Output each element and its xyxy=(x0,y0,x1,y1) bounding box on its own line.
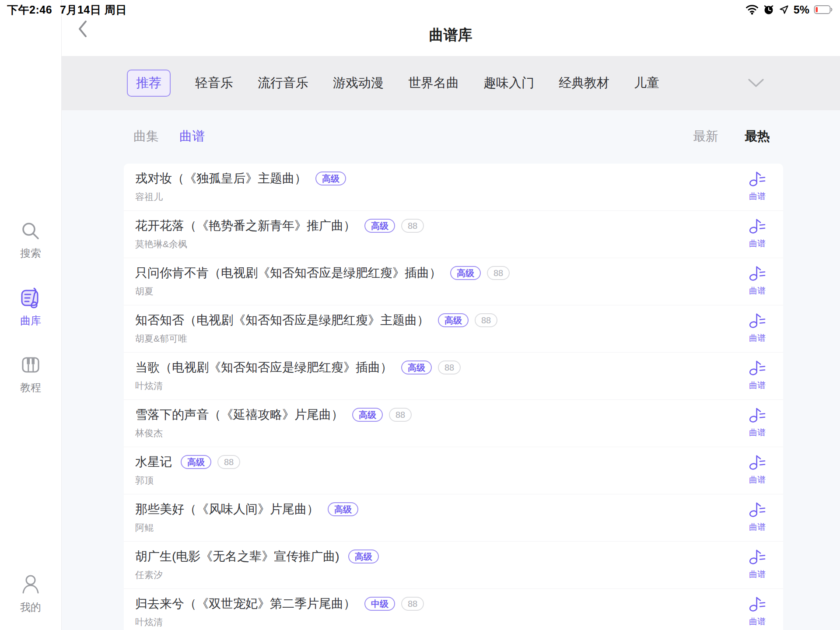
song-row[interactable]: 那些美好（《风味人间》片尾曲）高级阿鲲曲谱 xyxy=(124,494,783,542)
song-title: 知否知否（电视剧《知否知否应是绿肥红瘦》主题曲） xyxy=(135,312,429,329)
status-time: 下午2:46 xyxy=(7,3,52,17)
open-score-button[interactable]: 曲谱 xyxy=(738,264,777,297)
music-note-icon xyxy=(748,406,766,424)
count-badge: 88 xyxy=(438,360,461,374)
song-title: 水星记 xyxy=(135,454,172,470)
level-badge: 高级 xyxy=(450,266,481,280)
main-panel: 曲谱库 推荐轻音乐流行音乐游戏动漫世界名曲趣味入门经典教材儿童 曲集 曲谱 最新… xyxy=(61,0,840,630)
song-row[interactable]: 知否知否（电视剧《知否知否应是绿肥红瘦》主题曲）高级88胡夏&郁可唯曲谱 xyxy=(124,305,783,353)
level-badge: 高级 xyxy=(352,408,383,422)
category-tab-4[interactable]: 游戏动漫 xyxy=(333,74,384,92)
music-note-icon xyxy=(748,264,766,282)
song-artist: 叶炫清 xyxy=(135,380,704,392)
category-tab-8[interactable]: 儿童 xyxy=(634,74,659,92)
count-badge: 88 xyxy=(389,408,412,422)
battery-percent: 5% xyxy=(794,4,809,16)
open-score-button[interactable]: 曲谱 xyxy=(738,406,777,438)
score-action-label: 曲谱 xyxy=(738,238,777,249)
song-info: 雪落下的声音（《延禧攻略》片尾曲）高级88林俊杰 xyxy=(135,406,704,439)
battery-icon xyxy=(814,5,833,14)
open-score-button[interactable]: 曲谱 xyxy=(738,217,777,249)
song-info: 花开花落（《艳势番之新青年》推广曲）高级88莫艳琳&余枫 xyxy=(135,217,704,250)
song-title: 胡广生(电影《无名之辈》宣传推广曲) xyxy=(135,548,340,565)
sidebar-item-library[interactable]: 曲库 xyxy=(0,287,61,328)
category-tab-2[interactable]: 轻音乐 xyxy=(195,74,233,92)
song-title: 雪落下的声音（《延禧攻略》片尾曲） xyxy=(135,406,343,423)
music-note-icon xyxy=(748,500,766,518)
sidebar-item-label: 我的 xyxy=(0,600,61,614)
song-row[interactable]: 水星记高级88郭顶曲谱 xyxy=(124,447,783,494)
category-tab-3[interactable]: 流行音乐 xyxy=(258,74,308,92)
song-info: 只问你肯不肯（电视剧《知否知否应是绿肥红瘦》插曲）高级88胡夏 xyxy=(135,265,704,298)
music-note-icon xyxy=(748,312,766,329)
song-row[interactable]: 归去来兮（《双世宠妃》第二季片尾曲）中级88叶炫清曲谱 xyxy=(124,589,783,630)
level-badge: 高级 xyxy=(438,313,469,327)
open-score-button[interactable]: 曲谱 xyxy=(738,312,777,344)
song-artist: 胡夏&郁可唯 xyxy=(135,332,704,345)
status-date: 7月14日 周日 xyxy=(60,3,127,17)
song-row[interactable]: 只问你肯不肯（电视剧《知否知否应是绿肥红瘦》插曲）高级88胡夏曲谱 xyxy=(124,258,783,305)
music-note-icon xyxy=(748,453,766,471)
score-action-label: 曲谱 xyxy=(738,191,777,202)
sidebar-item-tutorials[interactable]: 教程 xyxy=(0,354,61,395)
count-badge: 88 xyxy=(487,266,510,280)
category-tab-5[interactable]: 世界名曲 xyxy=(408,74,459,92)
tab-collections[interactable]: 曲集 xyxy=(133,128,159,145)
sidebar-item-label: 教程 xyxy=(0,381,61,395)
song-row[interactable]: 花开花落（《艳势番之新青年》推广曲）高级88莫艳琳&余枫曲谱 xyxy=(124,211,783,258)
app-screen: 下午2:46 7月14日 周日 xyxy=(0,0,840,630)
score-action-label: 曲谱 xyxy=(738,616,777,627)
expand-categories-button[interactable] xyxy=(747,78,765,88)
sidebar-item-label: 曲库 xyxy=(0,314,61,328)
sidebar-item-label: 搜索 xyxy=(0,246,61,260)
level-badge: 中级 xyxy=(364,597,395,611)
music-note-icon xyxy=(748,595,766,612)
sidebar-item-search[interactable]: 搜索 xyxy=(0,220,61,260)
open-score-button[interactable]: 曲谱 xyxy=(738,453,777,486)
song-artist: 林俊杰 xyxy=(135,427,704,439)
alarm-icon xyxy=(763,4,774,15)
open-score-button[interactable]: 曲谱 xyxy=(738,170,777,202)
open-score-button[interactable]: 曲谱 xyxy=(738,595,777,627)
score-action-label: 曲谱 xyxy=(738,380,777,391)
level-badge: 高级 xyxy=(315,172,346,186)
song-artist: 阿鲲 xyxy=(135,522,704,534)
song-info: 水星记高级88郭顶 xyxy=(135,454,704,486)
content-area: 曲集 曲谱 最新 最热 戎对妆（《独孤皇后》主题曲）高级容祖儿曲谱花开花落（《艳… xyxy=(61,110,840,630)
wifi-icon xyxy=(746,4,759,15)
song-artist: 任素汐 xyxy=(135,569,704,581)
category-tab-6[interactable]: 趣味入门 xyxy=(483,74,534,92)
open-score-button[interactable]: 曲谱 xyxy=(738,500,777,533)
music-note-icon xyxy=(748,548,766,565)
song-row[interactable]: 戎对妆（《独孤皇后》主题曲）高级容祖儿曲谱 xyxy=(124,164,783,211)
song-row[interactable]: 胡广生(电影《无名之辈》宣传推广曲)高级任素汐曲谱 xyxy=(124,542,783,589)
music-note-icon xyxy=(748,359,766,376)
song-info: 戎对妆（《独孤皇后》主题曲）高级容祖儿 xyxy=(135,170,704,203)
score-action-label: 曲谱 xyxy=(738,427,777,438)
level-badge: 高级 xyxy=(181,455,211,469)
open-score-button[interactable]: 曲谱 xyxy=(738,548,777,580)
category-tab-7[interactable]: 经典教材 xyxy=(559,74,609,92)
category-tab-1[interactable]: 推荐 xyxy=(127,70,171,97)
song-title: 戎对妆（《独孤皇后》主题曲） xyxy=(135,170,307,187)
song-info: 胡广生(电影《无名之辈》宣传推广曲)高级任素汐 xyxy=(135,548,704,581)
sort-newest[interactable]: 最新 xyxy=(693,128,718,145)
sidebar-item-profile[interactable]: 我的 xyxy=(0,573,61,614)
song-row[interactable]: 雪落下的声音（《延禧攻略》片尾曲）高级88林俊杰曲谱 xyxy=(124,400,783,447)
count-badge: 88 xyxy=(475,313,497,327)
status-bar: 下午2:46 7月14日 周日 xyxy=(0,0,840,19)
piano-icon xyxy=(0,354,61,376)
song-artist: 郭顶 xyxy=(135,474,704,486)
tab-scores[interactable]: 曲谱 xyxy=(179,128,205,145)
song-artist: 叶炫清 xyxy=(135,616,704,628)
level-badge: 高级 xyxy=(348,550,379,564)
song-title: 那些美好（《风味人间》片尾曲） xyxy=(135,501,319,518)
open-score-button[interactable]: 曲谱 xyxy=(738,359,777,391)
song-row[interactable]: 当歌（电视剧《知否知否应是绿肥红瘦》插曲）高级88叶炫清曲谱 xyxy=(124,353,783,400)
song-title: 只问你肯不肯（电视剧《知否知否应是绿肥红瘦》插曲） xyxy=(135,265,441,281)
song-artist: 胡夏 xyxy=(135,285,704,298)
count-badge: 88 xyxy=(401,219,424,233)
page-title: 曲谱库 xyxy=(61,25,840,45)
music-score-icon xyxy=(0,287,61,309)
sort-hottest[interactable]: 最热 xyxy=(745,128,770,145)
